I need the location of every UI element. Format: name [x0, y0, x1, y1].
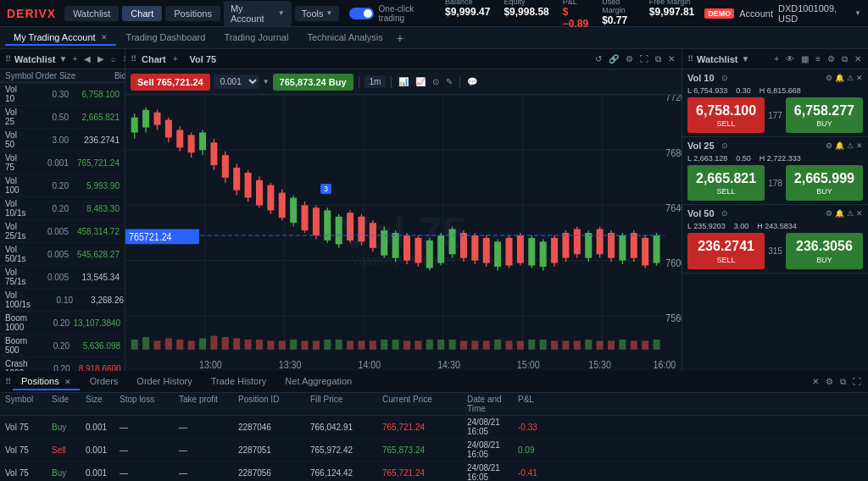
separator-3	[459, 76, 460, 88]
tab-close-my-trading[interactable]: ✕	[101, 33, 108, 41]
svg-rect-52	[358, 217, 364, 242]
list-item[interactable]: Vol 50 3.00 236.2741	[0, 129, 125, 152]
svg-rect-150	[642, 340, 648, 349]
watchlist-body[interactable]: Vol 10 0.30 6,758.100 Vol 25 0.50 2,665.…	[0, 83, 125, 371]
bottom-close-btn[interactable]: ✕	[810, 376, 821, 387]
tab-positions-close[interactable]: ✕	[64, 378, 71, 386]
chart-circle-icon[interactable]: ⊙	[431, 76, 441, 87]
chart-fullscreen-icon[interactable]: ⛶	[638, 53, 650, 64]
right-drag-icon: ⠿	[687, 54, 693, 64]
tab-technical-analysis[interactable]: Technical Analysis	[298, 30, 391, 46]
chart-line-icon[interactable]: 📈	[414, 76, 427, 87]
right-buy-btn-2[interactable]: 236.3056 BUY	[786, 233, 863, 268]
svg-rect-129	[403, 340, 410, 349]
right-buy-btn-0[interactable]: 6,758.277 BUY	[786, 97, 863, 133]
sell-button[interactable]: Sell 765,721.24	[131, 74, 210, 91]
tf-1m-btn[interactable]: 1m	[364, 75, 387, 88]
list-item[interactable]: Vol 100 0.20 5,993.90	[0, 174, 125, 197]
right-wl-settings-icon[interactable]: ⚙	[826, 53, 837, 64]
chart-bar-icon[interactable]: 📊	[397, 76, 410, 87]
tab-trading-dashboard[interactable]: Trading Dashboard	[118, 30, 214, 46]
bottom-popout-icon[interactable]: ⧉	[838, 376, 848, 388]
table-row[interactable]: Vol 75 Buy 0.001 — — 2287056 766,124.42 …	[0, 462, 868, 481]
right-sell-btn-0[interactable]: 6,758.100 SELL	[687, 97, 765, 133]
list-item[interactable]: Vol 75/1s 0.005 13,545.34	[0, 266, 125, 289]
wl-search-icon[interactable]: ⌕	[109, 53, 118, 64]
list-item[interactable]: Vol 75 0.001 765,721.24	[0, 152, 125, 174]
list-item[interactable]: Vol 50/1s 0.005 545,628.27	[0, 243, 125, 266]
tab-my-trading-account[interactable]: My Trading Account ✕	[5, 30, 116, 46]
wl-next-btn[interactable]: ▶	[96, 53, 106, 64]
right-wl-eye-icon[interactable]: 👁	[784, 53, 796, 64]
buy-button[interactable]: 765,873.24 Buy	[273, 74, 353, 91]
chart-link-icon[interactable]: 🔗	[607, 53, 620, 64]
tab-positions[interactable]: Positions ✕	[13, 373, 80, 390]
add-tab-btn[interactable]: +	[393, 31, 407, 45]
svg-rect-148	[619, 340, 626, 350]
list-item[interactable]: Boom 1000 0.20 13,107.3840	[0, 312, 125, 334]
balance-item: Balance $9,999.47	[445, 0, 490, 30]
svg-rect-133	[449, 340, 456, 350]
table-row[interactable]: Vol 75 Sell 0.001 — — 2287051 765,972.42…	[0, 439, 868, 462]
tab-order-history[interactable]: Order History	[128, 373, 200, 390]
account-select-arrow[interactable]: ▼	[854, 9, 861, 17]
chart-settings-icon[interactable]: ⚙	[624, 53, 635, 64]
right-wl-list-icon[interactable]: ≡	[814, 53, 822, 64]
one-click-toggle[interactable]: One-click trading	[349, 4, 438, 23]
svg-rect-113	[222, 337, 229, 350]
watchlist-nav-btn[interactable]: Watchlist	[64, 6, 119, 21]
right-wl-dropdown[interactable]: ▼	[742, 54, 750, 64]
my-account-dropdown[interactable]: My Account ▼	[224, 1, 292, 26]
add-watchlist-btn[interactable]: +	[70, 53, 79, 64]
svg-rect-62	[415, 238, 421, 263]
right-wl-grid-icon[interactable]: ▦	[799, 53, 810, 64]
tab-net-aggregation[interactable]: Net Aggregation	[276, 373, 360, 390]
bottom-fullscreen-icon[interactable]: ⛶	[851, 376, 863, 387]
chart-popout-icon[interactable]: ⧉	[654, 53, 663, 65]
chart-nav-btn[interactable]: Chart	[122, 6, 162, 21]
chart-close-btn[interactable]: ✕	[666, 53, 676, 64]
bottom-settings-icon[interactable]: ⚙	[824, 376, 835, 387]
tab-orders[interactable]: Orders	[81, 373, 127, 390]
svg-rect-126	[370, 340, 376, 349]
left-watchlist-panel: ⠿ Watchlist ▼ + ◀ ▶ ⌕ ✕ Symbol Order Siz…	[0, 49, 125, 371]
svg-rect-120	[302, 340, 309, 349]
right-sell-btn-2[interactable]: 236.2741 SELL	[687, 233, 765, 268]
svg-rect-12	[131, 118, 138, 133]
list-item[interactable]: Crash 1000 0.20 8,918.6600	[0, 357, 125, 371]
right-buy-btn-1[interactable]: 2,665.999 BUY	[786, 165, 863, 201]
list-item[interactable]: Vol 10 0.30 6,758.100	[0, 83, 125, 106]
positions-nav-btn[interactable]: Positions	[165, 6, 220, 21]
svg-rect-114	[233, 338, 240, 349]
lot-dropdown-arrow[interactable]: ▼	[263, 78, 270, 86]
svg-rect-40	[290, 198, 297, 224]
chart-add-btn[interactable]: +	[171, 53, 180, 64]
tab-trade-history[interactable]: Trade History	[203, 373, 275, 390]
svg-rect-80	[517, 235, 524, 263]
right-wl-add-btn[interactable]: +	[772, 53, 781, 64]
chart-refresh-icon[interactable]: ↺	[593, 53, 604, 64]
middle-panel: ⠿ Chart + Vol 75 ↺ 🔗 ⚙ ⛶ ⧉ ✕ Sell 765,72…	[125, 49, 682, 371]
tab-trading-journal[interactable]: Trading Journal	[215, 30, 297, 46]
right-sell-btn-1[interactable]: 2,665.821 SELL	[687, 165, 765, 201]
list-item[interactable]: Vol 25 0.50 2,665.821	[0, 106, 125, 129]
svg-rect-26	[210, 142, 217, 165]
list-item[interactable]: Boom 500 0.20 5,636.098	[0, 334, 125, 357]
wl-prev-btn[interactable]: ◀	[82, 53, 92, 64]
right-wl-popout-icon[interactable]: ⧉	[840, 53, 849, 65]
tools-dropdown[interactable]: Tools ▼	[295, 6, 340, 21]
chart-drag-icon: ⠿	[131, 54, 136, 64]
svg-text:16:00: 16:00	[654, 360, 676, 371]
list-item[interactable]: Vol 10/1s 0.20 8,483.30	[0, 197, 125, 220]
right-watchlist-actions: + 👁 ▦ ≡ ⚙ ⧉ ✕	[772, 53, 863, 65]
svg-rect-66	[437, 235, 444, 263]
wl-dropdown-arrow[interactable]: ▼	[59, 54, 68, 64]
list-item[interactable]: Vol 25/1s 0.005 458,314.72	[0, 220, 125, 243]
table-row[interactable]: Vol 75 Buy 0.001 — — 2287046 766,042.91 …	[0, 416, 868, 439]
right-wl-close-btn[interactable]: ✕	[853, 53, 863, 64]
chart-draw-icon[interactable]: ✎	[444, 76, 454, 87]
chart-message-icon[interactable]: 💬	[465, 76, 479, 87]
lot-size-select[interactable]: 0.001	[214, 75, 259, 89]
svg-rect-132	[437, 340, 444, 350]
list-item[interactable]: Vol 100/1s 0.10 3,268.26	[0, 289, 125, 312]
